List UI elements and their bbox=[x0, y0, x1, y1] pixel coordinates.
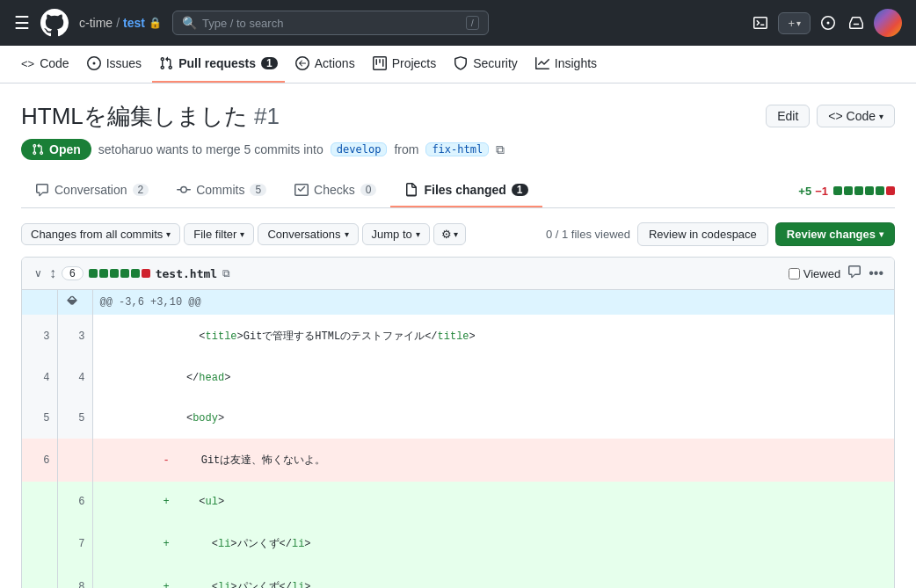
diff-expand-icon[interactable]: ↕ bbox=[49, 265, 56, 281]
repo-owner-link[interactable]: c-time bbox=[79, 16, 113, 30]
table-row: 5 5 <body> bbox=[22, 398, 894, 439]
new-line-num-a7: 7 bbox=[57, 522, 92, 565]
changes-from-commits-btn[interactable]: Changes from all commits ▾ bbox=[21, 223, 180, 245]
diff-minus-stat: −1 bbox=[815, 185, 828, 198]
file-diff-header: ∨ ↕ 6 test.html ⧉ Viewed bbox=[22, 258, 894, 290]
tab-checks-badge: 0 bbox=[360, 184, 377, 196]
table-row: 8 + <li>パンくず</li> bbox=[22, 565, 894, 588]
top-navbar: ☰ c-time / test 🔒 🔍 Type / to search / +… bbox=[0, 0, 916, 46]
diff-toolbar-right: 0 / 1 files viewed Review in codespace R… bbox=[546, 222, 895, 246]
new-line-num: 5 bbox=[57, 398, 92, 439]
repo-path: c-time / test 🔒 bbox=[79, 16, 162, 30]
new-line-num: 3 bbox=[57, 315, 92, 358]
target-branch-tag[interactable]: develop bbox=[331, 142, 388, 156]
edit-button[interactable]: Edit bbox=[766, 105, 810, 127]
open-badge-label: Open bbox=[49, 142, 81, 156]
table-row: 3 3 <title>Gitで管理するHTMLのテストファイル</title> bbox=[22, 315, 894, 358]
review-codespace-btn[interactable]: Review in codespace bbox=[637, 222, 768, 246]
add-new-btn[interactable]: + ▾ bbox=[778, 12, 811, 34]
file-comment-btn[interactable] bbox=[847, 265, 861, 282]
gear-icon: ⚙ bbox=[441, 228, 452, 241]
old-line-num: 3 bbox=[22, 315, 57, 358]
nav-pr-label: Pull requests bbox=[178, 56, 256, 70]
github-logo[interactable] bbox=[40, 9, 69, 37]
file-filter-btn[interactable]: File filter ▾ bbox=[184, 223, 254, 245]
hunk-expand-cell-1 bbox=[22, 290, 57, 315]
terminal-icon-btn[interactable] bbox=[750, 12, 771, 33]
search-placeholder-text: Type / to search bbox=[202, 17, 461, 30]
line-prefix-plus-7: + bbox=[164, 538, 174, 550]
code-btn-label: <> Code bbox=[828, 109, 876, 123]
pr-number: #1 bbox=[254, 103, 280, 129]
new-line-num-added: 6 bbox=[57, 482, 92, 522]
line-content-added: + <ul> bbox=[92, 482, 894, 522]
tab-conversation-label: Conversation bbox=[55, 183, 127, 197]
code-icon: <> bbox=[21, 57, 34, 70]
secondary-nav-item-actions[interactable]: Actions bbox=[288, 46, 362, 83]
review-changes-label: Review changes bbox=[787, 228, 876, 241]
nav-issues-label: Issues bbox=[106, 56, 142, 70]
open-badge: Open bbox=[21, 139, 91, 160]
pr-title-row: HTMLを編集しました #1 Edit <> Code ▾ bbox=[21, 101, 895, 132]
viewed-checkbox-input[interactable] bbox=[789, 268, 800, 279]
collapse-btn[interactable]: ∨ bbox=[33, 265, 44, 281]
projects-nav-icon bbox=[373, 56, 387, 70]
source-branch-tag[interactable]: fix-html bbox=[425, 142, 489, 156]
diff-stat-right: +5 −1 bbox=[798, 185, 895, 198]
jump-to-btn[interactable]: Jump to ▾ bbox=[362, 223, 430, 245]
secondary-nav-item-issues[interactable]: Issues bbox=[80, 46, 149, 83]
conversation-tab-icon bbox=[35, 183, 49, 197]
file-filter-arrow-icon: ▾ bbox=[240, 229, 244, 239]
old-line-num-added bbox=[22, 482, 57, 522]
secondary-nav-item-security[interactable]: Security bbox=[447, 46, 525, 83]
tab-commits[interactable]: Commits 5 bbox=[163, 174, 280, 207]
mini-block-2 bbox=[99, 269, 108, 278]
search-bar[interactable]: 🔍 Type / to search / bbox=[172, 11, 489, 35]
diff-block-2 bbox=[844, 186, 853, 195]
secondary-nav-item-insights[interactable]: Insights bbox=[528, 46, 604, 83]
pr-meta: Open setoharuo wants to merge 5 commits … bbox=[21, 139, 895, 160]
line-prefix bbox=[164, 372, 174, 384]
pr-title-text: HTMLを編集しました bbox=[21, 103, 248, 129]
secondary-nav-item-projects[interactable]: Projects bbox=[366, 46, 444, 83]
diff-block-5 bbox=[876, 186, 884, 195]
new-line-num-a8: 8 bbox=[57, 565, 92, 588]
file-diff-container: ∨ ↕ 6 test.html ⧉ Viewed bbox=[21, 257, 895, 588]
repo-name-link[interactable]: test bbox=[123, 16, 145, 30]
old-line-num-removed: 6 bbox=[22, 439, 57, 482]
hamburger-icon[interactable]: ☰ bbox=[14, 12, 30, 33]
review-changes-btn[interactable]: Review changes ▾ bbox=[775, 222, 895, 246]
file-more-btn[interactable]: ••• bbox=[869, 265, 883, 281]
mini-block-6 bbox=[142, 269, 150, 278]
line-prefix bbox=[164, 412, 174, 425]
gear-btn[interactable]: ⚙ ▾ bbox=[433, 223, 466, 245]
pr-description-text: setoharuo wants to merge 5 commits into bbox=[98, 142, 324, 156]
secondary-nav-item-pull-requests[interactable]: Pull requests 1 bbox=[152, 46, 285, 83]
conversations-btn[interactable]: Conversations ▾ bbox=[258, 223, 358, 245]
tab-checks[interactable]: Checks 0 bbox=[280, 174, 390, 207]
avatar[interactable] bbox=[874, 9, 902, 37]
pr-tabs: Conversation 2 Commits 5 Checks 0 Files … bbox=[21, 174, 895, 208]
tab-files-changed[interactable]: Files changed 1 bbox=[390, 174, 542, 207]
expand-up-icon[interactable] bbox=[65, 294, 79, 308]
inbox-icon-btn[interactable] bbox=[846, 12, 867, 33]
path-separator: / bbox=[116, 16, 120, 30]
copy-filename-btn[interactable]: ⧉ bbox=[222, 267, 230, 279]
nav-insights-label: Insights bbox=[555, 56, 597, 70]
code-dropdown-button[interactable]: <> Code ▾ bbox=[817, 105, 895, 127]
issues-icon-btn[interactable] bbox=[818, 12, 839, 33]
tab-conversation[interactable]: Conversation 2 bbox=[21, 174, 163, 207]
jump-to-arrow-icon: ▾ bbox=[416, 229, 420, 239]
secondary-nav-item-code[interactable]: <> Code bbox=[14, 46, 76, 83]
file-name[interactable]: test.html bbox=[156, 267, 217, 280]
copy-branch-icon[interactable]: ⧉ bbox=[496, 142, 505, 157]
viewed-checkbox-label[interactable]: Viewed bbox=[789, 267, 840, 280]
line-content: <body> bbox=[92, 398, 894, 439]
diff-toolbar-left: Changes from all commits ▾ File filter ▾… bbox=[21, 223, 539, 245]
commits-tab-icon bbox=[177, 183, 191, 197]
line-content-removed: - Gitは友達、怖くないよ。 bbox=[92, 439, 894, 482]
file-diff-header-right: Viewed ••• bbox=[789, 265, 883, 282]
diff-counter-badge: 6 bbox=[62, 266, 84, 280]
tab-files-changed-badge: 1 bbox=[512, 184, 528, 196]
hunk-header-row: @@ -3,6 +3,10 @@ bbox=[22, 290, 894, 315]
